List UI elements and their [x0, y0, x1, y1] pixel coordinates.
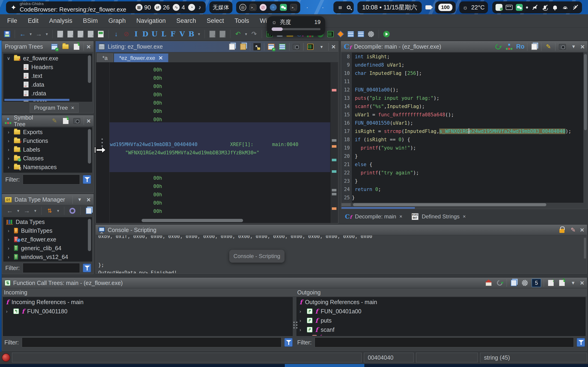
- cat-app-icon[interactable]: [495, 4, 503, 11]
- listing-nav-margin[interactable]: [330, 62, 338, 223]
- import-symbols-button[interactable]: [61, 116, 70, 125]
- clear-code-button[interactable]: [96, 29, 105, 39]
- tab-close-icon[interactable]: ✕: [158, 55, 163, 61]
- listing-row[interactable]: 00h: [153, 191, 162, 199]
- listing-row[interactable]: 00h: [153, 199, 162, 207]
- console-vscrollbar[interactable]: [584, 238, 586, 259]
- menu-search[interactable]: Search: [171, 17, 202, 25]
- tools-pill[interactable]: ▤: [333, 1, 354, 13]
- export-table-button[interactable]: [357, 29, 365, 39]
- symbol-row-functions[interactable]: ›fFunctions: [4, 136, 92, 145]
- disassemble-button[interactable]: ↓: [112, 29, 121, 39]
- back-button[interactable]: ←: [18, 29, 27, 39]
- listing-row[interactable]: 00h: [153, 74, 162, 82]
- xref-label[interactable]: XREF[1]:: [230, 140, 253, 149]
- program-tree-hscrollbar[interactable]: [4, 99, 69, 101]
- weather-pill[interactable]: ☼ 22°C: [459, 1, 488, 13]
- decompile-titlebar[interactable]: Cf Decompile: main - (ez_flower.exe) Ro …: [341, 41, 587, 52]
- expand-incoming-button[interactable]: [547, 278, 555, 288]
- refresh-trees-button[interactable]: [495, 278, 504, 288]
- mic-muted-icon[interactable]: [541, 4, 548, 11]
- menu-graph[interactable]: Graph: [103, 17, 131, 25]
- wechat-tray-icon[interactable]: [280, 4, 287, 11]
- decompile-copy-button[interactable]: [530, 42, 538, 51]
- dtm-back-button[interactable]: ←: [5, 206, 14, 215]
- in-function-back-button[interactable]: [66, 29, 75, 39]
- call-trees-dropdown[interactable]: ▼: [569, 278, 577, 288]
- dtm-row-windows[interactable]: ›windows_vs12_64: [4, 252, 92, 261]
- forward-dropdown[interactable]: ▾: [44, 29, 49, 39]
- tree-row-root[interactable]: ∨ ➤ ez_flower.exe: [4, 54, 92, 63]
- listing-selection[interactable]: wd195MHVfa24wd19mbDB3_00404040 XREF[1]: …: [110, 122, 330, 172]
- airplane-mode-icon[interactable]: ✈: [572, 4, 579, 11]
- keyboard-icon[interactable]: [506, 5, 513, 10]
- wifi-icon[interactable]: [562, 4, 569, 11]
- symbol-row-exports[interactable]: ›Exports: [4, 128, 92, 136]
- chevron-right-icon[interactable]: ›: [299, 309, 304, 314]
- dtm-close-icon[interactable]: ×: [86, 196, 91, 204]
- chevron-right-icon[interactable]: ›: [299, 327, 304, 333]
- console-clear-button[interactable]: ✎: [569, 225, 577, 234]
- redo-button[interactable]: ↷: [250, 29, 258, 39]
- dtm-menu-dropdown[interactable]: ▼: [75, 195, 84, 204]
- spiral-tray-icon[interactable]: [239, 4, 246, 11]
- program-trees-close-icon[interactable]: ×: [86, 43, 91, 51]
- tab-defined-strings[interactable]: 0101DAT Defined Strings×: [412, 213, 466, 220]
- listing-row[interactable]: 00h: [153, 91, 162, 99]
- re-decompile-button[interactable]: [494, 42, 502, 51]
- clock-pill[interactable]: 10:08 • 11/15星期六: [358, 1, 422, 13]
- listing-row[interactable]: 00h: [153, 107, 162, 116]
- memory-map-toggle-button[interactable]: [306, 42, 315, 51]
- listing-dropdown[interactable]: ▾: [317, 42, 326, 51]
- dtm-row-root[interactable]: Data Types: [4, 217, 92, 226]
- incoming-filter-input[interactable]: [22, 338, 281, 347]
- menu-bsim[interactable]: BSim: [78, 17, 103, 25]
- call-trees-titlebar[interactable]: ⇅ Function Call Trees: main - (ez_flower…: [2, 278, 587, 288]
- forward-button[interactable]: →: [34, 29, 43, 39]
- program-tree-tab[interactable]: Program Tree×: [30, 103, 79, 113]
- tree-row-section[interactable]: .text: [4, 71, 92, 80]
- copy-button[interactable]: [228, 42, 236, 51]
- symbol-row-labels[interactable]: ›●Labels: [4, 145, 92, 154]
- tab-ez-flower[interactable]: *ez_flower.exe✕: [114, 53, 168, 62]
- dtm-row-builtin[interactable]: ›BuiltInTypes: [4, 226, 92, 235]
- listing-row[interactable]: 00h: [153, 66, 162, 74]
- listing-hscrollbar[interactable]: [142, 219, 243, 222]
- dtm-forward-dropdown[interactable]: ▾: [33, 206, 38, 215]
- tray-pill[interactable]: >_ ⊘ ✈ >_: [236, 1, 300, 13]
- wechat-status-icon[interactable]: [516, 4, 523, 11]
- undo-button[interactable]: ↶: [234, 29, 242, 39]
- defined-string-value[interactable]: "WFNXQ1RGe24wd195MHVfa24wd19mbDB3M3JfYzB…: [125, 149, 259, 157]
- outgoing-item-row[interactable]: › ↱ f scanf: [297, 325, 585, 334]
- decompile-close-icon[interactable]: ×: [580, 43, 585, 51]
- symbol-row-namespaces[interactable]: ›{}Namespaces: [4, 163, 92, 171]
- dtm-back-dropdown[interactable]: ▾: [16, 206, 20, 215]
- settings-gear-icon[interactable]: [521, 278, 529, 288]
- data-type-b-button[interactable]: B: [187, 30, 195, 38]
- tab-decompile-main[interactable]: Cf Decompile: main×: [345, 213, 402, 220]
- dtm-row-program[interactable]: ›✓ez_flower.exe: [4, 235, 92, 244]
- diff-view-button[interactable]: [278, 42, 286, 51]
- tree-splitter[interactable]: [293, 322, 298, 328]
- magnifier-tray-icon[interactable]: [347, 6, 350, 9]
- new-tree-button[interactable]: [50, 42, 59, 51]
- symbol-filter-input[interactable]: [23, 175, 80, 184]
- dtm-refresh-button[interactable]: [68, 206, 77, 215]
- goto-home-button[interactable]: [485, 278, 493, 288]
- outgoing-filter-options-icon[interactable]: [577, 338, 585, 347]
- listing-close-icon[interactable]: ×: [331, 43, 335, 51]
- dtm-preview-button[interactable]: [84, 206, 93, 215]
- edit-symbol-button[interactable]: ✎: [51, 116, 59, 125]
- defined-tables-button[interactable]: [346, 29, 355, 39]
- listing-content[interactable]: 00h 00h 00h 00h 00h 00h 00h wd195MHVfa24…: [96, 62, 338, 223]
- decompile-edit-button[interactable]: ✎: [544, 42, 553, 51]
- outgoing-item-row[interactable]: › ↱ f FUN_00401a00: [297, 307, 585, 316]
- chevron-right-icon[interactable]: ›: [299, 318, 304, 323]
- diff-button[interactable]: [336, 29, 345, 39]
- menu-file[interactable]: File: [2, 17, 23, 25]
- symbol-tree-titlebar[interactable]: Symbol Tree ✎ ×: [2, 116, 94, 126]
- menu-select[interactable]: Select: [201, 17, 229, 25]
- brightness-slider[interactable]: [272, 28, 321, 30]
- edit-fields-button[interactable]: [267, 42, 275, 51]
- listing-titlebar[interactable]: Listing: ez_flower.exe ↖ ▾ ×: [96, 41, 338, 52]
